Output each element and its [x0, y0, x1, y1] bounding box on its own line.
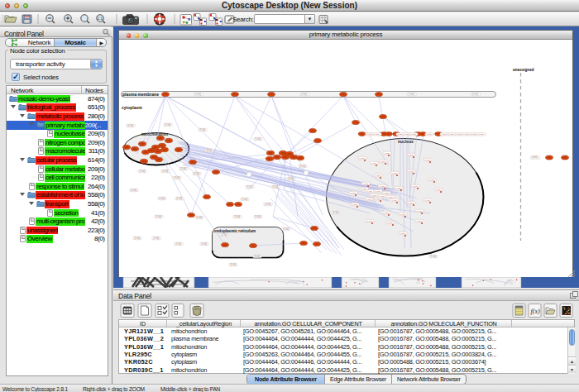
svg-text:[Y-00]: [Y-00]: [383, 212, 389, 214]
svg-text:[Y-00]: [Y-00]: [375, 190, 380, 193]
svg-text:[Y-00]: [Y-00]: [174, 176, 179, 179]
svg-text:[Y-00]: [Y-00]: [272, 185, 278, 189]
svg-text:[Y-00]: [Y-00]: [366, 198, 371, 201]
svg-text:[Y-00]: [Y-00]: [400, 213, 405, 216]
svg-text:[Y-00]: [Y-00]: [409, 93, 414, 96]
svg-text:[Y-00]: [Y-00]: [156, 215, 161, 218]
svg-text:[Y-00]: [Y-00]: [428, 179, 434, 181]
svg-text:[Y-00]: [Y-00]: [371, 162, 376, 165]
svg-text:[Y-00]: [Y-00]: [199, 128, 205, 131]
svg-text:[Y-00]: [Y-00]: [134, 237, 140, 240]
svg-text:[Y-00]: [Y-00]: [383, 192, 389, 194]
svg-text:[Y-00]: [Y-00]: [463, 133, 469, 136]
svg-text:[Y-00]: [Y-00]: [246, 185, 252, 189]
svg-text:[Y-00]: [Y-00]: [416, 210, 422, 213]
svg-text:[Y-00]: [Y-00]: [424, 199, 430, 202]
svg-text:[Y-00]: [Y-00]: [255, 137, 261, 141]
svg-text:[Y-00]: [Y-00]: [441, 133, 447, 136]
svg-text:[Y-00]: [Y-00]: [352, 203, 357, 206]
svg-text:cytoplasm: cytoplasm: [122, 105, 142, 110]
svg-text:1:1: 1:1: [98, 17, 103, 21]
svg-text:[Y-00]: [Y-00]: [387, 222, 393, 224]
svg-text:[Y-00]: [Y-00]: [395, 187, 401, 189]
svg-text:[Y-00]: [Y-00]: [359, 157, 365, 160]
svg-text:[Y-00]: [Y-00]: [404, 133, 409, 136]
svg-text:[Y-00]: [Y-00]: [127, 124, 133, 127]
svg-text:[Y-00]: [Y-00]: [366, 190, 372, 193]
svg-text:[Y-00]: [Y-00]: [255, 215, 261, 218]
svg-text:[Y-00]: [Y-00]: [412, 185, 418, 188]
svg-text:[Y-00]: [Y-00]: [333, 211, 338, 214]
svg-text:[Y-00]: [Y-00]: [180, 167, 186, 170]
svg-text:[Y-00]: [Y-00]: [196, 216, 202, 219]
svg-text:[Y-00]: [Y-00]: [410, 133, 416, 136]
svg-text:[Y-00]: [Y-00]: [265, 203, 270, 206]
svg-text:[Y-00]: [Y-00]: [400, 232, 405, 235]
svg-text:endoplasmic reticulum: endoplasmic reticulum: [214, 229, 256, 233]
svg-text:unassigned: unassigned: [513, 68, 534, 72]
svg-text:[Y-00]: [Y-00]: [153, 237, 159, 240]
svg-text:[Y-00]: [Y-00]: [416, 220, 422, 222]
svg-text:[Y-00]: [Y-00]: [456, 133, 462, 136]
svg-text:[Y-00]: [Y-00]: [408, 202, 414, 204]
svg-text:[Y-00]: [Y-00]: [387, 196, 393, 198]
svg-text:[Y-00]: [Y-00]: [430, 255, 436, 258]
svg-text:[Y-00]: [Y-00]: [384, 152, 390, 155]
svg-text:[Y-00]: [Y-00]: [139, 170, 145, 173]
svg-text:[Y-00]: [Y-00]: [301, 93, 307, 96]
svg-text:[Y-00]: [Y-00]: [424, 159, 430, 161]
svg-text:[Y-00]: [Y-00]: [371, 194, 376, 197]
svg-text:[Y-00]: [Y-00]: [131, 189, 136, 192]
svg-text:[Y-00]: [Y-00]: [366, 133, 372, 136]
svg-text:[Y-00]: [Y-00]: [408, 170, 414, 173]
svg-text:[Y-00]: [Y-00]: [283, 227, 289, 231]
svg-text:[Y-00]: [Y-00]: [230, 263, 236, 266]
svg-text:[Y-00]: [Y-00]: [478, 133, 484, 136]
svg-text:[Y-00]: [Y-00]: [194, 172, 199, 175]
svg-text:[Y-00]: [Y-00]: [380, 160, 385, 163]
svg-text:mitochondrion: mitochondrion: [141, 132, 168, 136]
svg-text:[Y-00]: [Y-00]: [195, 93, 201, 96]
svg-text:[Y-00]: [Y-00]: [472, 93, 478, 96]
svg-text:[Y-00]: [Y-00]: [397, 133, 403, 136]
svg-text:[Y-00]: [Y-00]: [362, 183, 368, 185]
svg-text:[Y-00]: [Y-00]: [299, 165, 305, 168]
svg-text:[Y-00]: [Y-00]: [379, 195, 385, 198]
svg-text:[Y-00]: [Y-00]: [408, 154, 414, 156]
svg-text:[Y-00]: [Y-00]: [375, 174, 380, 177]
svg-text:plasma membrane: plasma membrane: [122, 92, 159, 97]
svg-text:[Y-00]: [Y-00]: [165, 123, 170, 127]
svg-text:[Y-00]: [Y-00]: [391, 199, 397, 202]
svg-text:[Y-00]: [Y-00]: [221, 233, 227, 237]
svg-text:[Y-00]: [Y-00]: [242, 198, 247, 201]
svg-text:[Y-00]: [Y-00]: [379, 185, 385, 188]
svg-text:[Y-00]: [Y-00]: [288, 177, 294, 180]
svg-text:[Y-00]: [Y-00]: [471, 133, 476, 136]
svg-text:[Y-00]: [Y-00]: [159, 197, 165, 200]
svg-text:[Y-00]: [Y-00]: [361, 188, 366, 190]
svg-text:[Y-00]: [Y-00]: [366, 220, 372, 222]
svg-text:[Y-00]: [Y-00]: [350, 192, 356, 194]
svg-text:f(x): f(x): [531, 308, 540, 315]
svg-text:[Y-00]: [Y-00]: [374, 133, 380, 136]
svg-text:[Y-00]: [Y-00]: [175, 242, 181, 246]
svg-text:[Y-00]: [Y-00]: [254, 255, 260, 258]
svg-text:[Y-00]: [Y-00]: [426, 133, 432, 136]
svg-text:[Y-00]: [Y-00]: [206, 149, 212, 152]
svg-text:[Y-00]: [Y-00]: [448, 133, 454, 136]
svg-text:[Y-00]: [Y-00]: [391, 172, 397, 174]
svg-text:[Y-00]: [Y-00]: [532, 155, 538, 159]
svg-text:[Y-00]: [Y-00]: [234, 215, 240, 218]
svg-text:[Y-00]: [Y-00]: [162, 170, 168, 173]
svg-text:[Y-00]: [Y-00]: [176, 197, 182, 200]
svg-text:[Y-00]: [Y-00]: [375, 198, 380, 200]
svg-text:[Y-00]: [Y-00]: [435, 189, 441, 191]
svg-text:[Y-00]: [Y-00]: [201, 242, 207, 246]
